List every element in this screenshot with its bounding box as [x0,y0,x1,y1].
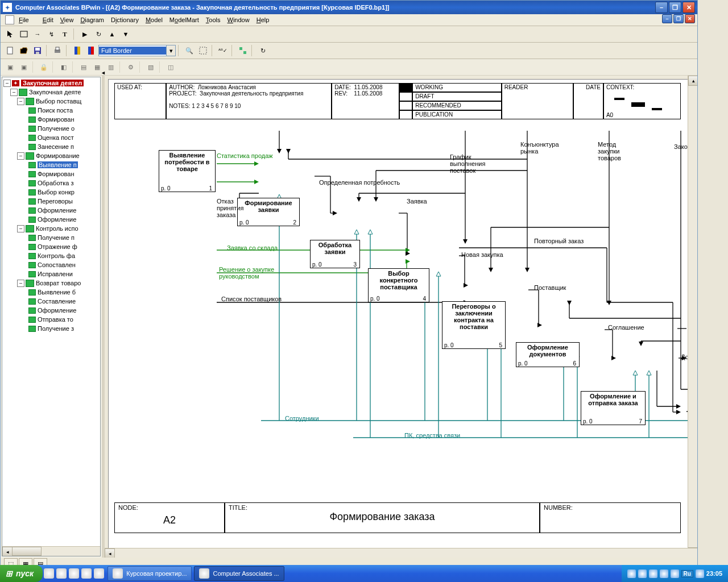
taskbar-app-1[interactable]: Курсовая проектир... [107,566,192,581]
toolbar-standard[interactable]: Full Border ▾ 🔍 ᴬᴮ✓ ↻ [1,43,697,59]
menu-edit[interactable]: Edit [43,16,53,23]
close-button[interactable]: ✕ [682,2,695,13]
chevron-down-icon[interactable]: ▾ [166,45,175,56]
tree-hscroll[interactable]: ◂ ▸ [2,546,100,556]
titlebar[interactable]: ✦ Computer Associates BPwin - [(A2) Форм… [1,1,697,14]
mm-lock-icon[interactable]: 🔒 [38,61,50,73]
tree-item[interactable]: Занесение п [3,142,99,151]
tree-root[interactable]: –✦Закупочная деятел [3,78,99,88]
mdi-close-button[interactable]: ✕ [685,14,695,23]
tree-item[interactable]: Формирован [3,115,99,124]
os-taskbar[interactable]: ⊞пуск Курсовая проектир... Computer Asso… [0,565,728,582]
scroll-left-icon[interactable]: ◂ [105,548,115,558]
scroll-up-icon[interactable]: ▴ [688,76,697,86]
menu-model[interactable]: Model [146,16,163,23]
menu-modelmart[interactable]: ModelMart [169,16,199,23]
new-icon[interactable] [4,44,16,57]
tree-item[interactable]: Исправлени [3,269,99,278]
tree-item[interactable]: Получение п [3,233,99,242]
menu-window[interactable]: Window [228,16,250,23]
activity-box-5[interactable]: Переговоры о заключении контракта на пос… [442,301,506,349]
activity-box-4[interactable]: Выбор конкретного поставщикаp. 04 [368,268,429,302]
tree-item[interactable]: –Возврат товаро [3,278,99,288]
activity-box-1[interactable]: Выявление потребности в товареp. 01 [159,150,216,192]
goto-parent-down-icon[interactable]: ▼ [119,28,132,40]
open-icon[interactable] [18,44,30,57]
mm-icon-2[interactable]: ▣ [18,61,30,73]
tree-item[interactable]: –Закупочная деяте [3,88,99,97]
tray-language[interactable]: Ru [681,570,693,577]
quicklaunch-icon[interactable] [81,568,92,579]
mm-icon-8[interactable]: ▧ [144,61,157,73]
arrow-tool-icon[interactable]: → [31,28,44,40]
tree-item-selected[interactable]: Выявление п [3,160,99,169]
tree-item[interactable]: Контроль фа [3,251,99,260]
tree-item[interactable]: –Выбор поставщ [3,97,99,106]
tree-item[interactable]: Формирован [3,169,99,178]
tray-icon[interactable] [660,569,668,578]
canvas-vscroll[interactable]: ▴ ▾ [688,76,697,558]
flag1-icon[interactable] [71,44,84,57]
menu-help[interactable]: Help [257,16,270,23]
save-icon[interactable] [31,44,44,57]
mdi-minimize-button[interactable]: – [662,14,672,23]
menu-file[interactable]: File [19,16,36,23]
tree-item[interactable]: Оформление [3,306,99,315]
mm-icon-4[interactable]: ▤ [77,61,90,73]
start-button[interactable]: ⊞пуск [0,565,43,582]
quicklaunch-icon[interactable] [44,568,54,579]
tree-item[interactable]: Оценка пост [3,133,99,142]
quicklaunch-icon[interactable] [94,568,104,579]
tray-icon[interactable] [638,569,647,578]
activity-box-6[interactable]: Оформление документовp. 06 [516,342,580,367]
quicklaunch-icon[interactable] [69,568,79,579]
tray-icon[interactable] [627,569,636,578]
tree-item[interactable]: –Контроль испо [3,224,99,233]
menu-dictionary[interactable]: Dictionary [111,16,139,23]
goto-child-icon[interactable]: ▶ [78,28,91,40]
menu-view[interactable]: View [60,16,74,23]
tree-item[interactable]: Выявление б [3,288,99,297]
mm-icon-7[interactable]: ⚙ [125,61,137,73]
tree-item[interactable]: Выбор конкр [3,188,99,197]
tree-item[interactable]: Оформление [3,215,99,224]
goto-parent-up-icon[interactable]: ▲ [106,28,118,40]
tree-item[interactable]: Отражение ф [3,242,99,251]
tree-item[interactable]: Обработка з [3,178,99,188]
tree-item[interactable]: Получение о [3,124,99,133]
mm-icon-1[interactable]: ▣ [4,61,16,73]
tree-item[interactable]: Составление [3,297,99,306]
scroll-left-icon[interactable]: ◂ [2,547,13,556]
refresh-icon[interactable]: ↻ [257,44,269,57]
toolbar-shapes[interactable]: → ↯ T ▶ ↻ ▲ ▼ [1,26,697,43]
tray-icon[interactable] [649,569,657,578]
mm-icon-3[interactable]: ◧ [57,61,70,73]
menubar[interactable]: File Edit View Diagram Dictionary Model … [1,14,697,26]
minimize-button[interactable]: – [655,2,668,13]
tree-item[interactable]: Оформление [3,206,99,215]
taskbar-app-2-active[interactable]: Computer Associates ... [194,566,284,581]
pointer-tool-icon[interactable] [4,28,16,40]
flag2-icon[interactable] [85,44,97,57]
model-explorer-icon[interactable] [237,44,249,57]
diagram-area[interactable]: USED AT: AUTHOR: Ложникова Анастасия PRO… [105,76,697,558]
tree-item[interactable]: Отправка то [3,315,99,324]
canvas-hscroll[interactable]: ◂ ▸ [105,548,697,558]
text-tool-icon[interactable]: T [59,28,71,40]
diagram-canvas[interactable]: USED AT: AUTHOR: Ложникова Анастасия PRO… [108,79,688,556]
menu-diagram[interactable]: Diagram [80,16,104,23]
rotate-icon[interactable]: ↻ [92,28,105,40]
zoom-area-icon[interactable] [197,44,209,57]
menu-tools[interactable]: Tools [206,16,221,23]
system-tray[interactable]: Ru 23:05 [622,565,728,582]
activity-box-7[interactable]: Оформление и отправка заказаp. 07 [581,391,646,425]
activity-box-3[interactable]: Обработка заявкиp. 03 [310,240,360,268]
tray-icon[interactable] [671,569,679,578]
box-tool-icon[interactable] [18,28,30,40]
mm-icon-6[interactable]: ▥ [105,61,117,73]
squiggle-tool-icon[interactable]: ↯ [45,28,57,40]
mdi-restore-button[interactable]: ❐ [673,14,684,23]
tree-item[interactable]: –Формирование [3,151,99,160]
print-icon[interactable] [51,44,64,57]
model-explorer[interactable]: –✦Закупочная деятел –Закупочная деяте –В… [2,77,101,556]
